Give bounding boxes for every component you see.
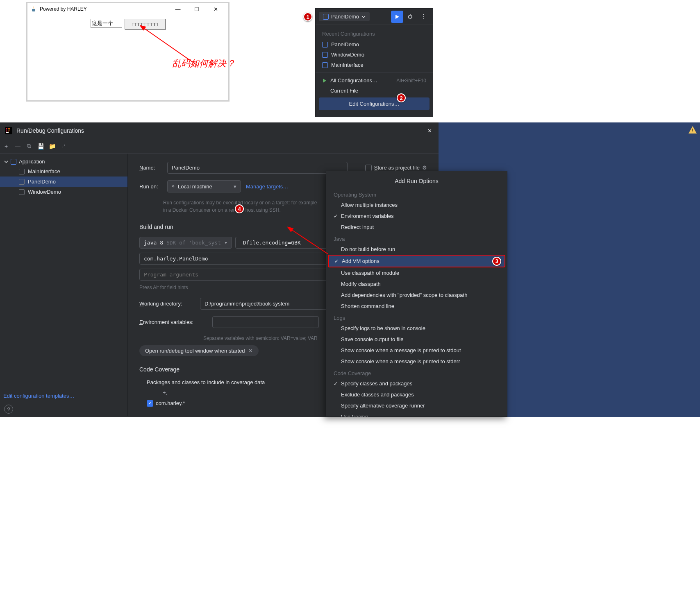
dropdown-header: PanelDemo ⋮: [316, 9, 433, 25]
tree-item[interactable]: PanelDemo: [0, 177, 127, 187]
edit-templates-link[interactable]: Edit configuration templates…: [3, 393, 74, 399]
all-configurations[interactable]: All Configurations… Alt+Shift+F10: [316, 75, 433, 86]
java-cup-icon: [31, 6, 37, 12]
play-icon: [394, 14, 400, 20]
svg-text:!: !: [692, 128, 693, 134]
badge-1: 1: [303, 12, 312, 21]
badge-3: 3: [492, 257, 501, 266]
maximize-button[interactable]: ☐: [187, 3, 206, 15]
remove-tag-icon[interactable]: ✕: [248, 348, 253, 354]
current-file[interactable]: Current File: [316, 86, 433, 96]
tree-item-label: PanelDemo: [28, 179, 56, 185]
sort-icon[interactable]: ↓²: [60, 144, 67, 148]
run-button[interactable]: [391, 11, 403, 23]
remove-icon[interactable]: —: [14, 143, 21, 149]
config-selector[interactable]: PanelDemo: [319, 12, 370, 21]
tree-parent-application[interactable]: Application: [0, 157, 127, 166]
workingdir-label: Working directory:: [139, 301, 195, 307]
application-icon: [19, 189, 25, 195]
badge-2: 2: [397, 93, 406, 102]
svg-line-6: [411, 18, 412, 18]
close-button[interactable]: ✕: [206, 3, 225, 15]
manage-targets-link[interactable]: Manage targets…: [246, 183, 288, 190]
config-tree-sidebar: Application MainInterface PanelDemo Wind…: [0, 154, 128, 416]
env-label: Environment variables:: [139, 319, 207, 325]
run-config-dropdown: PanelDemo ⋮ Recent Configurations PanelD…: [315, 8, 433, 117]
intellij-icon: [5, 127, 12, 134]
add-icon[interactable]: +: [2, 143, 10, 149]
tree-item[interactable]: MainInterface: [0, 166, 127, 177]
svg-line-3: [408, 16, 409, 16]
svg-line-5: [408, 18, 409, 18]
package-checkbox[interactable]: ✓: [147, 400, 153, 407]
annotation-text: 乱码如何解决？: [172, 57, 235, 70]
option-item[interactable]: Add VM options3: [328, 255, 505, 267]
text-input[interactable]: [91, 19, 122, 28]
option-item[interactable]: Do not build before run: [326, 244, 507, 255]
env-input[interactable]: [212, 316, 319, 328]
option-item[interactable]: Add dependencies with "provided" scope t…: [326, 290, 507, 301]
application-icon: [322, 62, 328, 68]
option-item[interactable]: Allow multiple instances: [326, 199, 507, 210]
tree-item-label: WindowDemo: [28, 189, 61, 195]
add-package-icon[interactable]: +*: [163, 389, 167, 397]
recent-config-item[interactable]: PanelDemo: [316, 39, 433, 50]
recent-config-item[interactable]: WindowDemo: [316, 50, 433, 60]
runon-select[interactable]: ⌖ Local machine ▾: [167, 180, 241, 192]
option-item[interactable]: Specify classes and packages: [326, 378, 507, 389]
option-heading: Operating System: [326, 188, 507, 199]
save-icon[interactable]: 💾: [37, 143, 44, 149]
application-icon: [322, 42, 328, 48]
selected-config-name: PanelDemo: [331, 14, 359, 20]
store-checkbox[interactable]: [365, 165, 372, 171]
chevron-down-icon: [4, 160, 8, 164]
svg-rect-9: [6, 132, 9, 133]
option-item[interactable]: Specify alternative coverage runner: [326, 400, 507, 411]
minimize-button[interactable]: —: [168, 3, 187, 15]
application-icon: [19, 169, 25, 174]
garbled-button[interactable]: □□□□□□□□: [125, 19, 166, 29]
edit-configurations[interactable]: Edit Configurations…: [319, 97, 430, 110]
edit-configs-label: Edit Configurations…: [349, 101, 400, 107]
name-input[interactable]: [167, 162, 348, 174]
folder-icon[interactable]: 📁: [48, 143, 56, 149]
dialog-titlebar: Run/Debug Configurations ✕: [0, 122, 439, 139]
runon-label: Run on:: [139, 183, 162, 190]
option-item[interactable]: Save console output to file: [326, 334, 507, 345]
option-item[interactable]: Show console when a message is printed t…: [326, 356, 507, 367]
more-button[interactable]: ⋮: [417, 11, 430, 23]
jdk-select[interactable]: java 8 SDK of 'book_syst ▾: [139, 237, 232, 249]
recent-config-item[interactable]: MainInterface: [316, 60, 433, 70]
gear-icon[interactable]: ⚙: [422, 165, 427, 171]
warning-icon: !: [688, 125, 698, 135]
tree-parent-label: Application: [19, 158, 45, 165]
option-item[interactable]: Show console when a message is printed t…: [326, 345, 507, 356]
config-item-label: WindowDemo: [331, 52, 364, 58]
option-heading: Code Coverage: [326, 367, 507, 378]
tag-label: Open run/debug tool window when started: [145, 348, 245, 354]
copy-icon[interactable]: ⧉: [25, 143, 33, 149]
svg-line-4: [411, 16, 412, 16]
application-icon: [322, 52, 328, 58]
debug-button[interactable]: [404, 11, 416, 23]
more-icon: ⋮: [420, 13, 427, 20]
bug-icon: [407, 14, 414, 20]
option-item[interactable]: Exclude classes and packages: [326, 389, 507, 400]
help-button[interactable]: ?: [4, 405, 13, 414]
option-item[interactable]: Redirect input: [326, 222, 507, 233]
option-item[interactable]: Specify logs to be shown in console: [326, 323, 507, 334]
remove-package-icon[interactable]: —: [151, 389, 156, 397]
option-item[interactable]: Shorten command line: [326, 301, 507, 312]
chevron-down-icon: [361, 15, 366, 19]
tree-item-label: MainInterface: [28, 168, 60, 174]
option-item[interactable]: Use tracing: [326, 411, 507, 417]
tree-item[interactable]: WindowDemo: [0, 187, 127, 197]
recent-heading: Recent Configurations: [316, 28, 433, 39]
close-button[interactable]: ✕: [426, 126, 434, 136]
target-icon: ⌖: [172, 183, 175, 190]
add-run-options-panel: Add Run Options Operating SystemAllow mu…: [326, 171, 507, 417]
option-item[interactable]: Use classpath of module: [326, 267, 507, 278]
option-item[interactable]: Environment variables: [326, 210, 507, 222]
option-item[interactable]: Modify classpath: [326, 278, 507, 290]
option-heading: Java: [326, 233, 507, 244]
